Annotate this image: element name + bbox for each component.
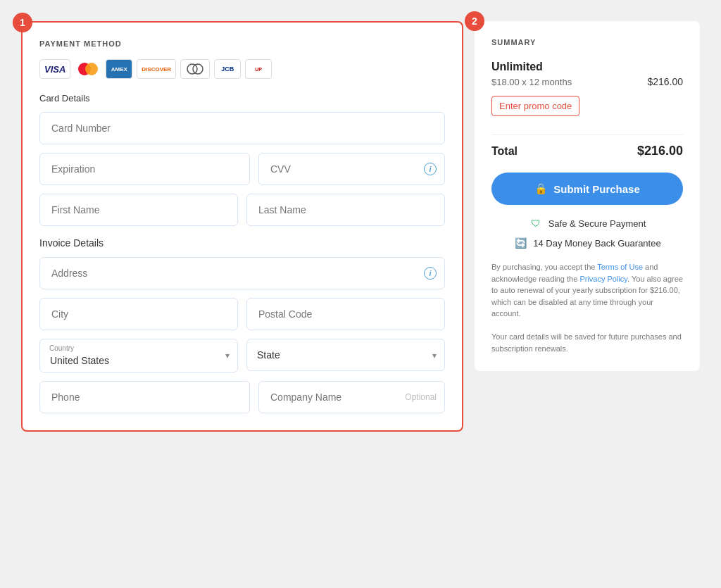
safe-payment-label: Safe & Secure Payment — [548, 218, 646, 229]
diners-icon — [180, 59, 210, 79]
money-back-label: 14 Day Money Back Guarantee — [533, 238, 660, 249]
country-wrapper: Country United States ▾ — [39, 339, 238, 373]
postal-code-input[interactable] — [246, 298, 445, 330]
last-name-input[interactable] — [246, 194, 445, 226]
card-icons-row: VISA AMEX DISCOVER JCB UP — [39, 59, 445, 79]
unionpay-icon: UP — [245, 59, 272, 79]
city-input[interactable] — [39, 298, 238, 330]
shield-icon: 🛡 — [529, 216, 543, 230]
plan-amount: $216.00 — [647, 76, 683, 87]
company-name-wrapper: Optional — [258, 381, 445, 413]
expiration-input[interactable] — [39, 153, 250, 185]
mastercard-icon — [75, 59, 101, 79]
card-number-input[interactable] — [39, 112, 445, 144]
invoice-details-label: Invoice Details — [39, 237, 445, 249]
address-wrapper: i — [39, 257, 445, 289]
plan-name: Unlimited — [491, 61, 683, 73]
card-details-note: Your card details will be saved for futu… — [491, 332, 682, 353]
payment-panel: 1 PAYMENT METHOD VISA AMEX DISCOVER JCB … — [21, 21, 463, 432]
summary-divider — [491, 135, 683, 135]
lock-icon: 🔒 — [534, 182, 548, 195]
discover-icon: DISCOVER — [137, 59, 176, 79]
privacy-link[interactable]: Privacy Policy — [579, 275, 627, 283]
jcb-icon: JCB — [214, 59, 241, 79]
country-label: Country — [49, 344, 74, 352]
state-select[interactable]: State — [246, 339, 445, 371]
step-1-badge: 1 — [13, 13, 32, 32]
summary-panel: 2 SUMMARY Unlimited $18.00 x 12 months $… — [475, 21, 700, 432]
address-input[interactable] — [39, 257, 445, 289]
cvv-wrapper: i — [258, 153, 445, 185]
svg-point-0 — [187, 64, 197, 74]
submit-label: Submit Purchase — [553, 183, 640, 195]
safe-payment-badge: 🛡 Safe & Secure Payment — [491, 216, 683, 230]
plan-price-row: $18.00 x 12 months $216.00 — [491, 76, 683, 87]
first-name-input[interactable] — [39, 194, 238, 226]
visa-icon: VISA — [39, 59, 70, 79]
optional-label: Optional — [405, 392, 437, 402]
address-info-icon[interactable]: i — [424, 267, 437, 280]
amex-icon: AMEX — [106, 59, 132, 79]
summary-box: 2 SUMMARY Unlimited $18.00 x 12 months $… — [475, 21, 700, 371]
money-back-badge: 🔄 14 Day Money Back Guarantee — [491, 236, 683, 250]
promo-code-button[interactable]: Enter promo code — [491, 96, 579, 116]
trust-badges: 🛡 Safe & Secure Payment 🔄 14 Day Money B… — [491, 216, 683, 250]
cvv-info-icon[interactable]: i — [424, 163, 437, 175]
state-wrapper: State ▾ — [246, 339, 445, 373]
total-row: Total $216.00 — [491, 144, 683, 158]
summary-section-title: SUMMARY — [491, 38, 683, 46]
cvv-input[interactable] — [258, 153, 445, 185]
disclaimer-text: By purchasing, you accept the Terms of U… — [491, 261, 683, 354]
terms-link[interactable]: Terms of Use — [597, 263, 643, 271]
phone-input[interactable] — [39, 381, 250, 413]
card-details-label: Card Details — [39, 93, 445, 104]
step-2-badge: 2 — [465, 11, 484, 31]
plan-period: $18.00 x 12 months — [491, 77, 572, 87]
submit-purchase-button[interactable]: 🔒 Submit Purchase — [491, 173, 683, 205]
svg-point-1 — [193, 64, 203, 74]
payment-section-title: PAYMENT METHOD — [39, 39, 445, 48]
total-amount: $216.00 — [637, 144, 683, 158]
money-back-icon: 🔄 — [513, 236, 527, 250]
total-label: Total — [491, 145, 518, 158]
